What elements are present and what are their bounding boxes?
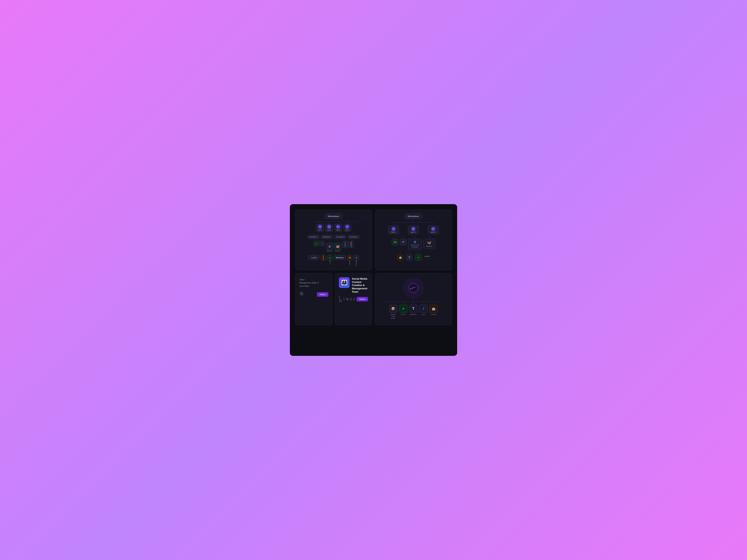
langchain-icon: LC — [319, 241, 325, 246]
card-marketplace-right: Marketplace 👤 Agent 1 — [375, 210, 452, 270]
openserv-box: ⚙ OpenServ AgentDevelopment Framework — [408, 239, 422, 250]
agent-col-3: 👤 Agent — [334, 221, 342, 232]
metagpt-icon: ⊕ — [326, 243, 333, 250]
card-marketplace-large: Marketplace 👤 Agent — [295, 210, 372, 270]
card-token: TokenManagement, Audit, &ment Team ◎ Dep… — [295, 273, 332, 325]
glow-ring-container — [405, 279, 422, 297]
token-icon: ◎ — [300, 291, 304, 296]
dev-col-2: Developer 2 — [321, 233, 333, 239]
grok-icon: / — [419, 305, 428, 313]
agent-node-1: 👤 Agent — [316, 224, 324, 232]
agent2-node-1: 👤 Agent 1 — [388, 226, 399, 234]
marketplace-label-1: Marketplace — [328, 215, 339, 217]
bittensor-icon-2: T — [354, 255, 359, 261]
morpheus-box: 🦋 Morpheus — [423, 239, 435, 249]
agent2-col-1: 👤 Agent 1 — [388, 223, 399, 234]
model-grok[interactable]: / Grok — [419, 302, 428, 315]
meta-icon: ∞ — [354, 297, 355, 301]
agent-col-2: 👤 Agent — [325, 221, 333, 232]
social-title: Social Media Content Creation & Manageme… — [352, 277, 368, 294]
agent-col-4: 👤 Agent — [343, 221, 351, 232]
claude-icon-2: 🤖 — [397, 254, 404, 261]
model-custom[interactable]: 📦 Custom Local Model — [389, 302, 397, 319]
claude-icon-1: Claude — [320, 255, 326, 261]
token-text: TokenManagement, Audit, &ment Team — [300, 278, 328, 288]
agent-node-4: 👤 Agent — [343, 224, 351, 232]
ag-icon-2: AG — [392, 239, 398, 245]
card-social-media: 👨‍👩‍👧 Social Media Content Creation & Ma… — [335, 273, 372, 325]
social-info: Social Media Content Creation & Manageme… — [352, 277, 368, 294]
agent-avatar-1: 👤 — [318, 225, 322, 229]
model-claude[interactable]: 🤖 Claude — [430, 302, 438, 315]
agent-avatar-2: 👤 — [327, 225, 331, 229]
autogpt-icon: 🐙 — [334, 243, 341, 250]
agent-node-2: 👤 Agent — [325, 224, 333, 232]
bittensor-icon-3: T — [406, 254, 412, 261]
gpt4-icon: ✦ — [399, 305, 407, 313]
developer-node-3: Developer 3 — [334, 235, 346, 239]
tiktok-icon: ♪ — [343, 297, 345, 301]
bittensor-label: Bittensor — [410, 314, 416, 315]
bittensor-node-1: Bittensor — [334, 255, 346, 260]
chatgpt-icon-2: ✦ — [415, 254, 421, 261]
autogen-icon: AG — [313, 241, 319, 246]
developer-node-2: Developer 2 — [321, 235, 333, 239]
circuit-right — [416, 210, 452, 229]
vision-icon: 👁 — [400, 239, 407, 245]
social-avatar: 👨‍👩‍👧 — [339, 277, 350, 288]
dev-col-3: Developer 3 — [334, 233, 346, 239]
gpt4-icon-1: ✦ — [327, 255, 333, 261]
gpt4-label: GPT-4 — [401, 314, 405, 315]
agent-node-3: 👤 Agent — [334, 224, 342, 232]
discord-icon: ⌘ — [346, 297, 349, 301]
llama-label-2: LLaMa — [424, 255, 430, 257]
custom-model-label: Custom Local Model — [389, 314, 397, 319]
dev-col-1: Developer 1 — [308, 233, 319, 239]
grid-layout: Marketplace 👤 Agent — [295, 210, 452, 325]
deploy-button-2[interactable]: Deploy — [357, 297, 368, 301]
social-avatar-container: 👨‍👩‍👧 — [339, 277, 350, 288]
circuit-bottom-right — [420, 273, 452, 289]
marketplace-node-1: Marketplace — [325, 214, 342, 219]
llama-node-1: LLaMa — [308, 255, 319, 260]
deploy-button-1[interactable]: Deploy — [317, 292, 328, 297]
agent-col-1: 👤 Agent — [316, 221, 324, 232]
svg-point-1 — [366, 215, 367, 216]
claude-model-icon: 🤖 — [430, 305, 438, 313]
metaai-icon: Ⅿ — [347, 255, 353, 261]
model-gpt4[interactable]: ✦ GPT-4 — [399, 302, 407, 315]
claude-label: Claude — [431, 314, 436, 315]
card-model-selector: 📦 Custom Local Model ✦ GPT-4 — [375, 273, 452, 325]
dev-col-4: Developer 4 — [348, 233, 360, 239]
agent-avatar-3: 👤 — [336, 225, 340, 229]
model-bittensor[interactable]: T Bittensor — [409, 302, 417, 315]
social-meta: 6 ● / call ♪ ⌘ ✕ ∞ Deploy — [339, 296, 368, 302]
meta-count: 6 ● / call — [339, 296, 342, 302]
social-card-content: 👨‍👩‍👧 Social Media Content Creation & Ma… — [339, 277, 368, 294]
babyagi-icon: BabyAGI — [349, 241, 354, 248]
x-icon: ✕ — [350, 297, 352, 301]
developer-node-4: Developer 4 — [348, 235, 360, 239]
bittensor-model-icon: T — [409, 305, 417, 313]
grok-label: Grok — [422, 314, 425, 315]
custom-model-icon: 📦 — [389, 305, 397, 313]
agent-avatar-4: 👤 — [345, 225, 349, 229]
crewai-icon: CrewAI — [342, 241, 348, 248]
svg-point-4 — [445, 213, 446, 213]
svg-point-2 — [365, 217, 366, 218]
developer-node-1: Developer 1 — [308, 235, 319, 239]
main-container: Marketplace 👤 Agent — [290, 204, 457, 356]
svg-point-3 — [443, 211, 444, 211]
svg-point-0 — [364, 213, 365, 214]
